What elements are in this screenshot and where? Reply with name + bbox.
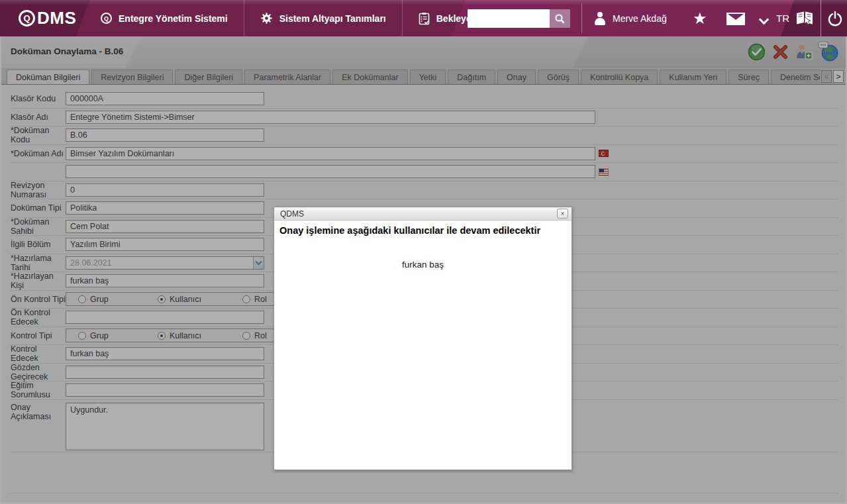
search-icon <box>554 13 566 25</box>
favorites-star-icon[interactable]: ★ <box>693 0 707 36</box>
menu-label: Entegre Yönetim Sistemi <box>119 13 228 24</box>
user-icon <box>593 12 607 25</box>
dialog-body: Onay işlemine aşağıdaki kullanıcılar ile… <box>274 221 572 274</box>
language-selector[interactable]: TR <box>776 0 789 36</box>
user-name: Merve Akdağ <box>613 13 667 24</box>
dialog-user-list: furkan baş <box>279 260 566 270</box>
gear-icon <box>260 12 273 25</box>
dialog-message: Onay işlemine aşağıdaki kullanıcılar ile… <box>279 225 566 236</box>
clipboard-check-icon <box>419 12 430 25</box>
topbar-separator <box>581 3 582 33</box>
search-box <box>468 9 570 28</box>
power-icon[interactable] <box>826 10 844 27</box>
dialog-title: QDMS <box>280 209 304 219</box>
dialog-title-bar: QDMS × <box>274 207 572 221</box>
qdms-confirmation-dialog: QDMS × Onay işlemine aşağıdaki kullanıcı… <box>274 207 572 470</box>
top-menu: Q Entegre Yönetim Sistemi <box>85 0 525 36</box>
menu-label: Sistem Altyapı Tanımları <box>279 13 386 24</box>
qdms-logo-text: DMS <box>37 8 76 28</box>
help-book-icon[interactable] <box>795 9 815 28</box>
qdms-logo-ring-icon: Q <box>19 10 35 26</box>
qdms-app: Q DMS Q Entegre Yönetim Sistemi <box>0 0 847 504</box>
qdms-ring-icon: Q <box>101 13 112 24</box>
menu-item-entegre-yonetim-sistemi[interactable]: Q Entegre Yönetim Sistemi <box>85 0 244 36</box>
user-menu[interactable]: Merve Akdağ <box>593 0 667 36</box>
search-input[interactable] <box>468 9 550 28</box>
menu-item-sistem-altyapi-tanimlari[interactable]: Sistem Altyapı Tanımları <box>244 0 402 36</box>
search-button[interactable] <box>550 9 570 28</box>
topbar-separator <box>821 0 821 36</box>
dialog-close-icon[interactable]: × <box>557 209 568 219</box>
chevron-down-icon[interactable] <box>759 15 770 25</box>
top-bar: Q DMS Q Entegre Yönetim Sistemi <box>0 0 847 36</box>
qdms-logo[interactable]: Q DMS <box>19 0 76 36</box>
mail-icon[interactable] <box>726 13 745 25</box>
dialog-user: furkan baş <box>279 260 566 270</box>
